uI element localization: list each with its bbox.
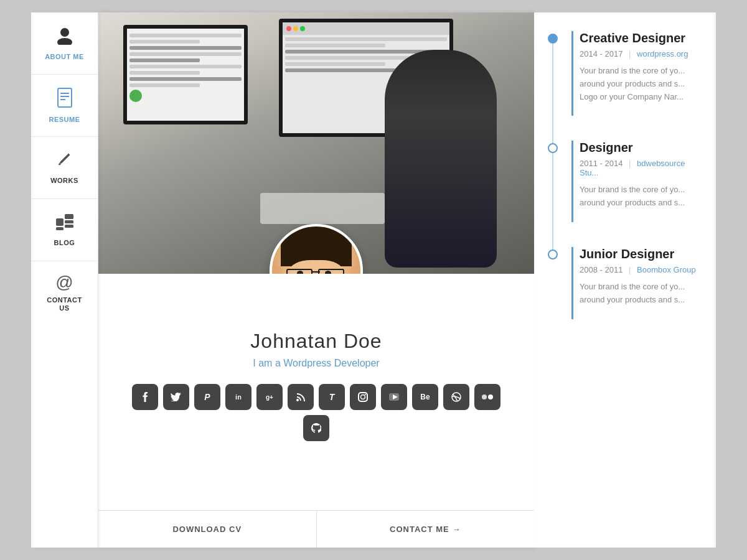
timeline-vertical-line-2 <box>552 153 553 259</box>
job-title-3: Junior Designer <box>580 247 703 261</box>
sidebar: ABOUT ME RESUME WORKS <box>31 12 98 548</box>
monitor-left <box>123 25 248 124</box>
svg-rect-2 <box>58 88 72 107</box>
blog-icon <box>55 213 74 235</box>
svg-point-11 <box>296 399 299 401</box>
job-company-3: Boombox Group <box>637 265 696 274</box>
timeline-content-2: Designer 2011 - 2014 | bdwebsource Stu..… <box>571 141 703 222</box>
timeline-item-2: Designer 2011 - 2014 | bdwebsource Stu..… <box>534 141 703 222</box>
sidebar-item-label: WORKS <box>50 177 78 184</box>
meta-sep: | <box>629 49 631 58</box>
rss-icon[interactable] <box>288 384 314 410</box>
hero-image <box>98 12 534 274</box>
pencil-icon <box>56 151 73 173</box>
avatar <box>270 224 363 274</box>
job-company-1: wordpress.org <box>637 49 688 58</box>
timeline-dot-empty-3 <box>548 250 558 259</box>
job-desc-1: Your brand is the core of yo...around yo… <box>580 65 703 103</box>
download-cv-button[interactable]: DOWNLOAD CV <box>98 511 317 548</box>
sidebar-item-label: BLOG <box>54 239 75 246</box>
sidebar-item-works[interactable]: WORKS <box>31 137 98 199</box>
at-icon: @ <box>55 273 73 292</box>
social-icons-container: P in g+ T <box>98 384 534 441</box>
svg-point-18 <box>482 394 487 399</box>
timeline-dot-empty-2 <box>548 143 558 153</box>
svg-rect-12 <box>359 393 367 401</box>
timeline-line-col-2 <box>534 141 571 222</box>
job-desc-3: Your brand is the core of yo...around yo… <box>580 281 703 307</box>
github-icon[interactable] <box>303 415 329 441</box>
sidebar-item-blog[interactable]: BLOG <box>31 199 98 261</box>
svg-rect-8 <box>65 220 73 223</box>
svg-rect-9 <box>65 225 73 228</box>
profile-title: I am a Wordpress Developer <box>253 358 379 369</box>
svg-rect-6 <box>56 218 63 226</box>
timeline-content-1: Creative Designer 2014 - 2017 | wordpres… <box>571 31 703 116</box>
google-plus-icon[interactable]: g+ <box>256 384 283 410</box>
person-photo <box>385 50 497 268</box>
job-years-2: 2011 - 2014 <box>580 159 622 168</box>
main-container: ABOUT ME RESUME WORKS <box>31 12 716 548</box>
job-years-3: 2008 - 2011 <box>580 265 622 274</box>
meta-sep-2: | <box>629 159 631 168</box>
behance-icon[interactable]: Be <box>412 384 438 410</box>
pinterest-icon[interactable]: P <box>194 384 220 410</box>
sidebar-item-label: ABOUT ME <box>45 53 84 60</box>
job-meta-3: 2008 - 2011 | Boombox Group <box>580 265 703 274</box>
timeline-item-1: Creative Designer 2014 - 2017 | wordpres… <box>534 31 703 116</box>
linkedin-icon[interactable]: in <box>225 384 251 410</box>
timeline-line-col <box>534 31 571 116</box>
svg-point-14 <box>365 394 366 395</box>
job-meta-2: 2011 - 2014 | bdwebsource Stu... <box>580 159 703 177</box>
timeline-vertical-line <box>552 44 553 153</box>
sidebar-item-resume[interactable]: RESUME <box>31 75 98 137</box>
timeline-line-col-3 <box>534 247 571 319</box>
flickr-icon[interactable] <box>474 384 500 410</box>
job-desc-2: Your brand is the core of yo...around yo… <box>580 184 703 210</box>
card-actions: DOWNLOAD CV CONTACT ME → <box>98 510 534 548</box>
sidebar-item-contact-us[interactable]: @ CONTACTUS <box>31 261 98 324</box>
keyboard <box>260 193 385 224</box>
twitter-icon[interactable] <box>163 384 189 410</box>
timeline-dot-filled <box>548 34 558 44</box>
sidebar-item-label: RESUME <box>49 116 80 123</box>
profile-name: Johnatan Doe <box>250 330 382 353</box>
profile-info: Johnatan Doe I am a Wordpress Developer … <box>98 274 534 510</box>
job-years-1: 2014 - 2017 <box>580 49 622 58</box>
profile-card: Johnatan Doe I am a Wordpress Developer … <box>98 12 534 548</box>
svg-point-1 <box>57 38 72 45</box>
job-title-1: Creative Designer <box>580 31 703 45</box>
svg-point-19 <box>488 394 493 399</box>
facebook-icon[interactable] <box>132 384 158 410</box>
tumblr-icon[interactable]: T <box>319 384 345 410</box>
timeline-item-3: Junior Designer 2008 - 2011 | Boombox Gr… <box>534 247 703 319</box>
contact-me-button[interactable]: CONTACT ME → <box>317 511 535 548</box>
job-title-2: Designer <box>580 141 703 155</box>
document-icon <box>57 88 73 112</box>
instagram-icon[interactable] <box>350 384 376 410</box>
timeline-panel: Creative Designer 2014 - 2017 | wordpres… <box>534 12 716 548</box>
sidebar-item-label: CONTACTUS <box>47 296 82 312</box>
person-icon <box>55 26 74 49</box>
svg-rect-10 <box>56 227 63 230</box>
dribbble-icon[interactable] <box>443 384 469 410</box>
meta-sep-3: | <box>629 265 631 274</box>
sidebar-item-about-me[interactable]: ABOUT ME <box>31 12 98 75</box>
svg-rect-7 <box>65 214 73 219</box>
timeline-content-3: Junior Designer 2008 - 2011 | Boombox Gr… <box>571 247 703 319</box>
svg-point-13 <box>361 395 365 399</box>
job-meta-1: 2014 - 2017 | wordpress.org <box>580 49 703 58</box>
youtube-icon[interactable] <box>381 384 407 410</box>
svg-point-0 <box>60 28 69 37</box>
